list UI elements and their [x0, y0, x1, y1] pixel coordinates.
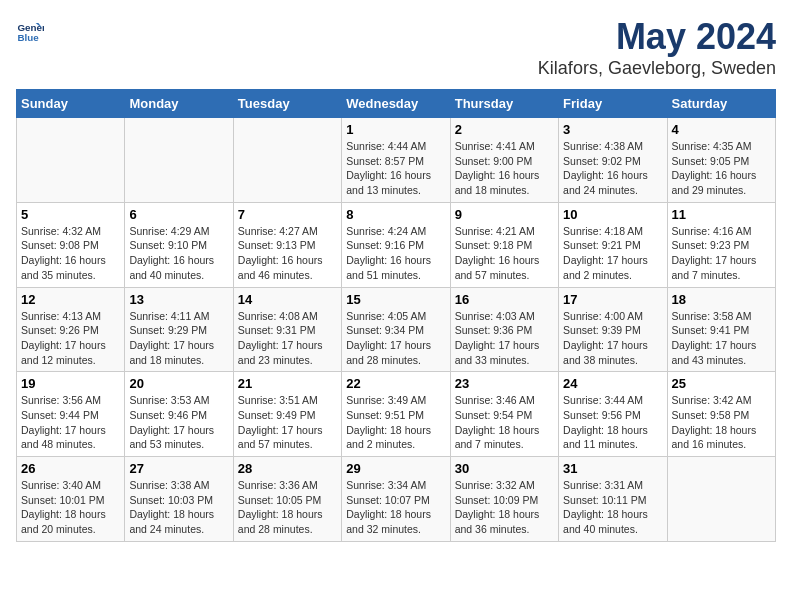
day-number: 12 [21, 292, 120, 307]
table-row [233, 118, 341, 203]
table-row: 30Sunrise: 3:32 AM Sunset: 10:09 PM Dayl… [450, 457, 558, 542]
day-number: 1 [346, 122, 445, 137]
page-header: General Blue May 2024 Kilafors, Gaevlebo… [16, 16, 776, 79]
calendar-week-row: 19Sunrise: 3:56 AM Sunset: 9:44 PM Dayli… [17, 372, 776, 457]
header-monday: Monday [125, 90, 233, 118]
day-number: 28 [238, 461, 337, 476]
day-info: Sunrise: 4:16 AM Sunset: 9:23 PM Dayligh… [672, 224, 771, 283]
day-info: Sunrise: 3:40 AM Sunset: 10:01 PM Daylig… [21, 478, 120, 537]
day-info: Sunrise: 3:53 AM Sunset: 9:46 PM Dayligh… [129, 393, 228, 452]
day-number: 10 [563, 207, 662, 222]
calendar-week-row: 12Sunrise: 4:13 AM Sunset: 9:26 PM Dayli… [17, 287, 776, 372]
day-number: 5 [21, 207, 120, 222]
day-info: Sunrise: 4:05 AM Sunset: 9:34 PM Dayligh… [346, 309, 445, 368]
table-row: 29Sunrise: 3:34 AM Sunset: 10:07 PM Dayl… [342, 457, 450, 542]
table-row: 7Sunrise: 4:27 AM Sunset: 9:13 PM Daylig… [233, 202, 341, 287]
day-info: Sunrise: 4:21 AM Sunset: 9:18 PM Dayligh… [455, 224, 554, 283]
header-thursday: Thursday [450, 90, 558, 118]
table-row: 10Sunrise: 4:18 AM Sunset: 9:21 PM Dayli… [559, 202, 667, 287]
day-number: 3 [563, 122, 662, 137]
table-row: 24Sunrise: 3:44 AM Sunset: 9:56 PM Dayli… [559, 372, 667, 457]
table-row: 31Sunrise: 3:31 AM Sunset: 10:11 PM Dayl… [559, 457, 667, 542]
day-info: Sunrise: 4:24 AM Sunset: 9:16 PM Dayligh… [346, 224, 445, 283]
svg-text:Blue: Blue [17, 32, 39, 43]
day-info: Sunrise: 4:13 AM Sunset: 9:26 PM Dayligh… [21, 309, 120, 368]
table-row: 6Sunrise: 4:29 AM Sunset: 9:10 PM Daylig… [125, 202, 233, 287]
header-sunday: Sunday [17, 90, 125, 118]
day-info: Sunrise: 3:58 AM Sunset: 9:41 PM Dayligh… [672, 309, 771, 368]
day-info: Sunrise: 3:38 AM Sunset: 10:03 PM Daylig… [129, 478, 228, 537]
day-number: 20 [129, 376, 228, 391]
day-number: 26 [21, 461, 120, 476]
day-number: 21 [238, 376, 337, 391]
table-row: 13Sunrise: 4:11 AM Sunset: 9:29 PM Dayli… [125, 287, 233, 372]
day-info: Sunrise: 3:42 AM Sunset: 9:58 PM Dayligh… [672, 393, 771, 452]
day-info: Sunrise: 4:11 AM Sunset: 9:29 PM Dayligh… [129, 309, 228, 368]
header-saturday: Saturday [667, 90, 775, 118]
calendar-week-row: 5Sunrise: 4:32 AM Sunset: 9:08 PM Daylig… [17, 202, 776, 287]
day-info: Sunrise: 4:03 AM Sunset: 9:36 PM Dayligh… [455, 309, 554, 368]
table-row: 27Sunrise: 3:38 AM Sunset: 10:03 PM Dayl… [125, 457, 233, 542]
day-info: Sunrise: 3:49 AM Sunset: 9:51 PM Dayligh… [346, 393, 445, 452]
day-number: 8 [346, 207, 445, 222]
day-number: 2 [455, 122, 554, 137]
day-number: 24 [563, 376, 662, 391]
day-info: Sunrise: 4:08 AM Sunset: 9:31 PM Dayligh… [238, 309, 337, 368]
calendar-title: May 2024 [538, 16, 776, 58]
calendar-subtitle: Kilafors, Gaevleborg, Sweden [538, 58, 776, 79]
table-row: 17Sunrise: 4:00 AM Sunset: 9:39 PM Dayli… [559, 287, 667, 372]
day-number: 27 [129, 461, 228, 476]
day-info: Sunrise: 4:44 AM Sunset: 8:57 PM Dayligh… [346, 139, 445, 198]
table-row: 14Sunrise: 4:08 AM Sunset: 9:31 PM Dayli… [233, 287, 341, 372]
day-number: 6 [129, 207, 228, 222]
day-info: Sunrise: 3:31 AM Sunset: 10:11 PM Daylig… [563, 478, 662, 537]
day-number: 19 [21, 376, 120, 391]
table-row: 12Sunrise: 4:13 AM Sunset: 9:26 PM Dayli… [17, 287, 125, 372]
calendar-table: Sunday Monday Tuesday Wednesday Thursday… [16, 89, 776, 542]
day-info: Sunrise: 3:51 AM Sunset: 9:49 PM Dayligh… [238, 393, 337, 452]
header-tuesday: Tuesday [233, 90, 341, 118]
table-row [125, 118, 233, 203]
day-info: Sunrise: 4:38 AM Sunset: 9:02 PM Dayligh… [563, 139, 662, 198]
day-number: 7 [238, 207, 337, 222]
table-row: 28Sunrise: 3:36 AM Sunset: 10:05 PM Dayl… [233, 457, 341, 542]
day-info: Sunrise: 3:44 AM Sunset: 9:56 PM Dayligh… [563, 393, 662, 452]
day-number: 14 [238, 292, 337, 307]
day-info: Sunrise: 3:56 AM Sunset: 9:44 PM Dayligh… [21, 393, 120, 452]
day-number: 25 [672, 376, 771, 391]
table-row: 4Sunrise: 4:35 AM Sunset: 9:05 PM Daylig… [667, 118, 775, 203]
day-info: Sunrise: 4:29 AM Sunset: 9:10 PM Dayligh… [129, 224, 228, 283]
day-info: Sunrise: 4:18 AM Sunset: 9:21 PM Dayligh… [563, 224, 662, 283]
table-row: 5Sunrise: 4:32 AM Sunset: 9:08 PM Daylig… [17, 202, 125, 287]
day-number: 11 [672, 207, 771, 222]
day-number: 31 [563, 461, 662, 476]
table-row: 8Sunrise: 4:24 AM Sunset: 9:16 PM Daylig… [342, 202, 450, 287]
table-row [667, 457, 775, 542]
table-row: 18Sunrise: 3:58 AM Sunset: 9:41 PM Dayli… [667, 287, 775, 372]
day-number: 30 [455, 461, 554, 476]
day-info: Sunrise: 3:32 AM Sunset: 10:09 PM Daylig… [455, 478, 554, 537]
table-row: 26Sunrise: 3:40 AM Sunset: 10:01 PM Dayl… [17, 457, 125, 542]
table-row: 19Sunrise: 3:56 AM Sunset: 9:44 PM Dayli… [17, 372, 125, 457]
day-number: 18 [672, 292, 771, 307]
table-row: 11Sunrise: 4:16 AM Sunset: 9:23 PM Dayli… [667, 202, 775, 287]
day-number: 22 [346, 376, 445, 391]
day-info: Sunrise: 3:46 AM Sunset: 9:54 PM Dayligh… [455, 393, 554, 452]
day-info: Sunrise: 4:32 AM Sunset: 9:08 PM Dayligh… [21, 224, 120, 283]
day-number: 15 [346, 292, 445, 307]
table-row: 16Sunrise: 4:03 AM Sunset: 9:36 PM Dayli… [450, 287, 558, 372]
logo: General Blue [16, 16, 44, 44]
calendar-week-row: 1Sunrise: 4:44 AM Sunset: 8:57 PM Daylig… [17, 118, 776, 203]
days-header-row: Sunday Monday Tuesday Wednesday Thursday… [17, 90, 776, 118]
header-friday: Friday [559, 90, 667, 118]
day-info: Sunrise: 4:35 AM Sunset: 9:05 PM Dayligh… [672, 139, 771, 198]
day-info: Sunrise: 3:34 AM Sunset: 10:07 PM Daylig… [346, 478, 445, 537]
day-info: Sunrise: 4:00 AM Sunset: 9:39 PM Dayligh… [563, 309, 662, 368]
day-number: 23 [455, 376, 554, 391]
day-number: 9 [455, 207, 554, 222]
table-row: 21Sunrise: 3:51 AM Sunset: 9:49 PM Dayli… [233, 372, 341, 457]
day-number: 13 [129, 292, 228, 307]
day-info: Sunrise: 3:36 AM Sunset: 10:05 PM Daylig… [238, 478, 337, 537]
logo-icon: General Blue [16, 16, 44, 44]
day-info: Sunrise: 4:41 AM Sunset: 9:00 PM Dayligh… [455, 139, 554, 198]
